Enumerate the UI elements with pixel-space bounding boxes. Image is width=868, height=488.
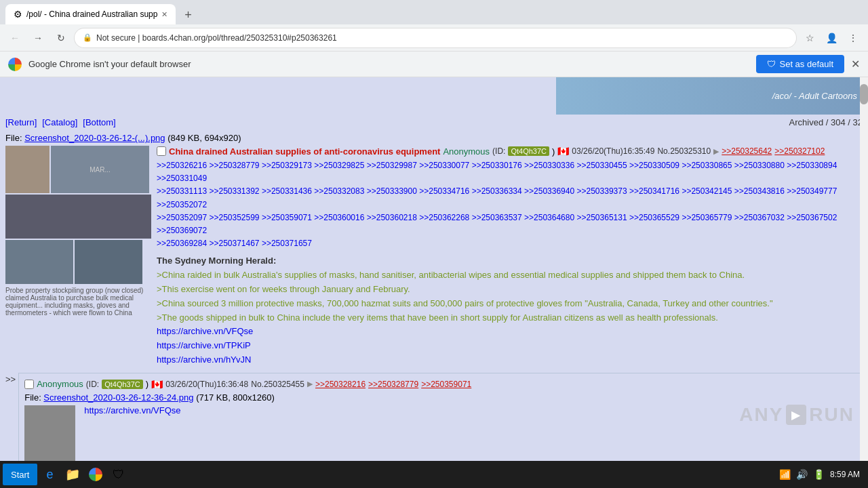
set-default-shield-icon: 🛡	[767, 59, 776, 69]
post-flag: 🇨🇦	[557, 146, 569, 157]
reply-1-checkbox[interactable]	[24, 380, 34, 389]
menu-button[interactable]: ⋮	[844, 28, 863, 47]
reply-1-ref-3[interactable]: >>250359071	[421, 380, 471, 389]
address-bar[interactable]: 🔒 Not secure | boards.4chan.org/pol/thre…	[75, 28, 796, 47]
post-id-label: (ID:	[492, 146, 505, 156]
reply-1-image[interactable]	[24, 405, 75, 466]
new-tab-button[interactable]: +	[178, 5, 197, 24]
reply-link-1[interactable]: >>250325642	[722, 146, 772, 156]
reply-1-url[interactable]: https://archive.vn/VFQse	[84, 405, 180, 415]
reply-1-ref-1[interactable]: >>250328216	[315, 380, 366, 389]
post-checkbox[interactable]	[157, 146, 166, 156]
scrollbar-thumb[interactable]	[860, 84, 868, 104]
post-anon: Anonymous	[443, 146, 490, 157]
post-title: China drained Australian supplies of ant…	[169, 146, 440, 157]
catalog-link[interactable]: [Catalog]	[42, 117, 77, 127]
reply-arrow: >>	[5, 374, 16, 384]
tab-favicon: ⚙	[14, 9, 22, 20]
archived-text: Archived / 304 / 32	[789, 117, 863, 127]
post-images: MAR... Probe property stockpiling group …	[5, 146, 151, 367]
chrome-toolbar: ← → ↻ 🔒 Not secure | boards.4chan.org/po…	[0, 24, 868, 52]
reply-1-header: Anonymous (ID: Qt4Qh37C ) 🇨🇦 03/26/20(Th…	[24, 379, 856, 390]
post-refs: >>250326216 >>250328779 >>250329173 >>25…	[157, 159, 863, 250]
image-row-1: MAR...	[5, 146, 151, 193]
refresh-button[interactable]: ↻	[52, 28, 71, 47]
post-image-1[interactable]	[5, 146, 50, 193]
reply-1-inner: https://archive.vn/VFQse	[24, 405, 856, 466]
reply-1-postno: No.250325455	[251, 380, 304, 389]
chrome-logo	[8, 58, 22, 71]
file-info: File: Screenshot_2020-03-26-12-(...).png…	[5, 133, 863, 143]
taskbar-icon-folder[interactable]: 📁	[62, 464, 83, 466]
quote-4: >The goods shipped in bulk to China incl…	[157, 312, 718, 323]
source-line: The Sydney Morning Herald:	[157, 256, 276, 266]
quote-3: >China sourced 3 million protective mask…	[157, 298, 773, 308]
start-button[interactable]: Start	[3, 464, 37, 466]
image-row-3	[5, 240, 151, 284]
scrollbar[interactable]	[860, 77, 868, 466]
tab-title: /pol/ - China drained Australian supp	[26, 9, 157, 19]
reply-1-file-info: File: Screenshot_2020-03-26-12-36-24.png…	[24, 392, 856, 403]
nav-links-left: [Return] [Catalog] [Bottom]	[5, 117, 116, 127]
tab-bar: ⚙ /pol/ - China drained Australian supp …	[0, 0, 868, 24]
reply-1-post: Anonymous (ID: Qt4Qh37C ) 🇨🇦 03/26/20(Th…	[18, 373, 863, 466]
banner-image: /aco/ - Adult Cartoons	[556, 77, 868, 115]
url-3[interactable]: https://archive.vn/hYvJN	[157, 354, 251, 365]
reply-1-body: https://archive.vn/VFQse	[84, 405, 856, 466]
profile-button[interactable]: 👤	[822, 28, 841, 47]
notification-bar: Google Chrome isn't your default browser…	[0, 52, 868, 77]
security-icon: 🔒	[83, 33, 92, 42]
post-area: File: Screenshot_2020-03-26-12-(...).png…	[0, 130, 868, 466]
reply-1-id-badge[interactable]: Qt4Qh37C	[102, 380, 143, 389]
post-date: 03/26/20(Thu)16:35:49	[572, 146, 654, 156]
forward-button[interactable]: →	[28, 28, 47, 47]
reply-1-flag: 🇨🇦	[151, 379, 163, 390]
url-2[interactable]: https://archive.vn/TPKiP	[157, 340, 251, 350]
notification-close-button[interactable]: ✕	[851, 58, 860, 70]
quote-1: >China raided in bulk Australia's suppli…	[157, 270, 745, 280]
notification-text: Google Chrome isn't your default browser	[28, 59, 749, 69]
taskbar: Start e 📁 🛡 📶 🔊 🔋 8:59 AM	[0, 461, 868, 466]
nav-links: [Return] [Catalog] [Bottom] Archived / 3…	[0, 115, 868, 130]
bookmark-button[interactable]: ☆	[800, 28, 819, 47]
bottom-link[interactable]: [Bottom]	[83, 117, 115, 127]
report-icon[interactable]: ▶	[713, 147, 719, 156]
reply-link-2[interactable]: >>250327102	[774, 146, 825, 156]
image-caption: Probe property stockpiling group (now cl…	[5, 287, 151, 317]
reply-1-report-icon[interactable]: ▶	[307, 380, 313, 388]
return-link[interactable]: [Return]	[5, 117, 37, 127]
active-tab[interactable]: ⚙ /pol/ - China drained Australian supp …	[5, 4, 176, 24]
post-body: China drained Australian supplies of ant…	[157, 146, 863, 367]
post-image-5[interactable]	[75, 240, 142, 284]
post-id-close: )	[552, 146, 555, 157]
file-link[interactable]: Screenshot_2020-03-26-12-(...).png	[24, 133, 165, 143]
toolbar-right: ☆ 👤 ⋮	[800, 28, 863, 47]
post-id-badge[interactable]: Qt4Qh37C	[508, 146, 549, 156]
back-button[interactable]: ←	[5, 28, 24, 47]
reply-1-file-link[interactable]: Screenshot_2020-03-26-12-36-24.png	[43, 392, 193, 403]
reply-1-anon: Anonymous	[37, 379, 83, 389]
set-default-button[interactable]: 🛡 Set as default	[756, 55, 845, 73]
url-1[interactable]: https://archive.vn/VFQse	[157, 326, 253, 336]
quote-2: >This exercise went on for weeks through…	[157, 284, 410, 294]
tab-close-button[interactable]: ✕	[161, 10, 167, 19]
taskbar-icon-shield[interactable]: 🛡	[108, 464, 130, 466]
post-text: The Sydney Morning Herald: >China raided…	[157, 254, 863, 367]
url-display: Not secure | boards.4chan.org/pol/thread…	[96, 33, 337, 43]
post-header: China drained Australian supplies of ant…	[157, 146, 863, 157]
taskbar-icon-ie[interactable]: e	[39, 464, 60, 466]
post-number: No.250325310	[657, 146, 711, 156]
post-image-2[interactable]: MAR...	[51, 146, 149, 193]
file-label: File:	[5, 133, 24, 143]
reply-1-ref-2[interactable]: >>250328779	[368, 380, 418, 389]
post-image-3[interactable]	[5, 195, 151, 239]
banner-area: /aco/ - Adult Cartoons	[0, 77, 868, 115]
reply-1-section: >> Anonymous (ID: Qt4Qh37C ) 🇨🇦 03/26/20…	[5, 373, 863, 466]
main-post: MAR... Probe property stockpiling group …	[5, 146, 863, 367]
page-content: /aco/ - Adult Cartoons [Return] [Catalog…	[0, 77, 868, 466]
post-image-4[interactable]	[5, 240, 73, 284]
reply-1-date: 03/26/20(Thu)16:36:48	[165, 380, 248, 389]
taskbar-icon-chrome[interactable]	[85, 464, 106, 466]
file-size: (849 KB, 694x920)	[167, 133, 241, 143]
reply-1-thumb-area	[24, 405, 79, 466]
